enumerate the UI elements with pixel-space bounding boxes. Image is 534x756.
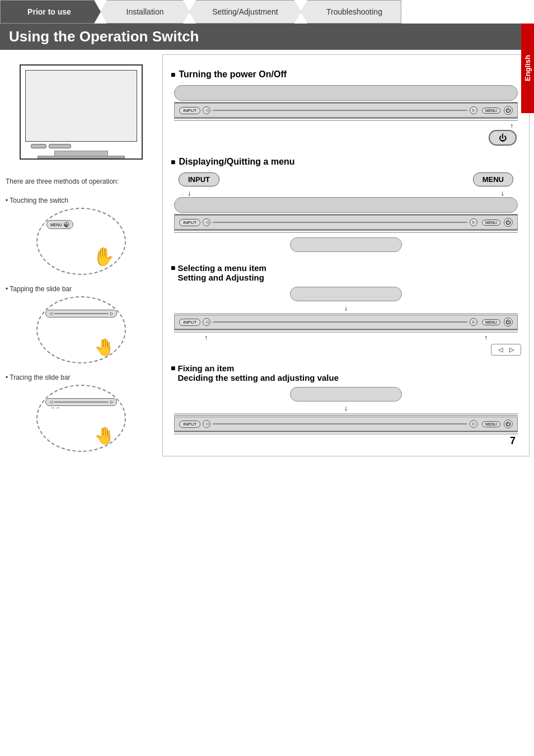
menu-diagram: INPUT MENU ↓ ↓ INPUT ◁ ▷ MENU ⏻ xyxy=(171,172,521,252)
fix-diagram: ↓ INPUT ◁ ▷ MENU ⏻ xyxy=(171,387,521,435)
language-label: English xyxy=(521,24,534,113)
section4-heading1: Fixing an item xyxy=(177,363,339,373)
select-menu-pill xyxy=(290,287,402,301)
monitor-controls xyxy=(31,144,71,148)
monitor-base xyxy=(38,156,125,158)
button-row-menu: INPUT ◁ ▷ MENU ⏻ xyxy=(174,215,517,230)
page-title: Using the Operation Switch xyxy=(9,28,199,45)
top-bar-menu xyxy=(174,197,517,213)
method1-label: • Touching the switch xyxy=(6,197,157,204)
top-navigation: Prior to use Installation Setting/Adjust… xyxy=(0,0,534,24)
select-diagram: ↓ INPUT ◁ ▷ MENU ⏻ ↑ ↑ ◁ xyxy=(171,287,521,356)
monitor-illustration xyxy=(20,64,143,160)
tab-installation[interactable]: Installation xyxy=(100,0,190,24)
method2-circle: ◁ ▷ 🤚 xyxy=(36,296,126,363)
page-number: 7 xyxy=(510,435,516,447)
section3-heading1: Selecting a menu item xyxy=(177,263,266,273)
power-diagram: INPUT ◁ ▷ MENU ⏻ ↑ ⏻ xyxy=(171,85,521,146)
labels-row: INPUT MENU xyxy=(171,172,521,186)
top-bar-power xyxy=(174,85,517,101)
left-panel: There are three methods of operation: • … xyxy=(0,50,162,461)
button-row-fix: INPUT ◁ ▷ MENU ⏻ xyxy=(174,417,517,431)
tab-setting-adjustment[interactable]: Setting/Adjustment xyxy=(189,0,301,24)
method-tapping: • Tapping the slide bar ◁ ▷ 🤚 xyxy=(6,285,157,363)
tab-install-label: Installation xyxy=(127,7,164,16)
power-btn-large-container: ⏻ xyxy=(171,130,521,146)
hand-trace-icon: 🤚 xyxy=(94,426,115,445)
method1-circle: MENU ⏻ 🤚 xyxy=(36,208,126,275)
method3-label: • Tracing the slide bar xyxy=(6,374,157,381)
power-arrow: ↑ xyxy=(171,122,521,130)
tab-prior-label: Prior to use xyxy=(27,7,71,16)
monitor-btn1 xyxy=(31,144,46,148)
mini-strip-1: MENU ⏻ xyxy=(46,220,73,229)
section3-heading2: Setting and Adjusting xyxy=(177,273,266,282)
section1-heading: Turning the power On/Off xyxy=(171,69,521,80)
monitor-btn2 xyxy=(49,144,71,148)
right-panel: Turning the power On/Off INPUT ◁ ▷ MENU … xyxy=(162,54,530,456)
input-label-box: INPUT xyxy=(179,172,219,186)
mini-strip-2: ◁ ▷ xyxy=(45,310,117,318)
page-title-bar: Using the Operation Switch xyxy=(0,24,534,50)
intro-text: There are three methods of operation: xyxy=(6,176,157,186)
button-row-power: INPUT ◁ ▷ MENU ⏻ xyxy=(174,103,517,118)
button-row-select: INPUT ◁ ▷ MENU ⏻ xyxy=(174,315,517,329)
section4: ■ Fixing an item Deciding the setting an… xyxy=(171,363,521,382)
tab-troubleshooting[interactable]: Troubleshooting xyxy=(301,0,401,24)
hand-tap-icon: 🤚 xyxy=(94,337,115,357)
menu-label-box: MENU xyxy=(473,172,513,186)
method2-label: • Tapping the slide bar xyxy=(6,285,157,293)
section4-heading2: Deciding the setting and adjusting value xyxy=(177,373,339,382)
menu-result xyxy=(171,237,521,252)
section3: ■ Selecting a menu item Setting and Adju… xyxy=(171,263,521,282)
tab-prior-to-use[interactable]: Prior to use xyxy=(0,0,101,24)
tab-setting-label: Setting/Adjustment xyxy=(212,7,278,16)
main-content: There are three methods of operation: • … xyxy=(0,50,534,461)
fix-pill xyxy=(290,387,402,402)
method-tracing: • Tracing the slide bar ◁ ▷ →→ 🤚 xyxy=(6,374,157,452)
method3-circle: ◁ ▷ →→ 🤚 xyxy=(36,385,126,452)
input-btn-power: INPUT xyxy=(179,107,200,114)
power-btn-large: ⏻ xyxy=(489,130,517,146)
section2-heading: Displaying/Quitting a menu xyxy=(171,157,521,167)
arrows-down-row: ↓ ↓ xyxy=(171,189,521,197)
hand-touch-icon: 🤚 xyxy=(92,246,115,267)
nav-arrows-box: ◁ ▷ xyxy=(491,344,521,356)
menu-pill-display xyxy=(290,237,402,252)
method-touching: • Touching the switch MENU ⏻ 🤚 xyxy=(6,197,157,275)
monitor-screen xyxy=(25,70,137,142)
tab-trouble-label: Troubleshooting xyxy=(326,7,382,16)
